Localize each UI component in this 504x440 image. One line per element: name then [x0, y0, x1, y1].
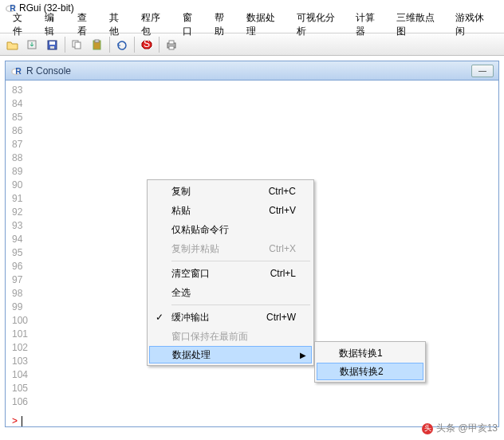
line-number: 87 [12, 138, 492, 151]
separator [159, 37, 159, 53]
cm-copy[interactable]: 复制Ctrl+C [149, 182, 312, 201]
context-menu: 复制Ctrl+C 粘贴Ctrl+V 仅粘贴命令行 复制并粘贴Ctrl+X 清空窗… [147, 179, 314, 366]
sm-convert1[interactable]: 数据转换1 [317, 344, 423, 363]
line-number: 106 [12, 395, 492, 409]
sm-convert2[interactable]: 数据转换2 [317, 363, 423, 380]
copy-paste-button[interactable] [112, 36, 132, 53]
svg-rect-15 [169, 46, 174, 49]
cm-data[interactable]: 数据处理▶ [149, 346, 312, 363]
copy-button[interactable] [68, 36, 87, 53]
cm-copy-paste: 复制并粘贴Ctrl+X [149, 239, 312, 258]
separator [134, 37, 135, 53]
stop-button[interactable]: STOP [137, 36, 156, 53]
line-number: 83 [12, 84, 492, 97]
line-number: 85 [12, 111, 492, 124]
svg-rect-14 [169, 41, 174, 44]
cm-ontop: 窗口保持在最前面 [149, 327, 312, 346]
menu-bar: 文件 编辑 查看 其他 程序包 窗口 帮助 数据处理 可视化分析 计算器 三维散… [0, 16, 504, 33]
separator [65, 37, 65, 53]
menu-calc[interactable]: 计算器 [349, 10, 389, 40]
r-logo-icon: R [10, 65, 22, 77]
cm-buffered[interactable]: ✓缓冲输出Ctrl+W [149, 308, 312, 327]
svg-rect-10 [95, 40, 99, 42]
load-button[interactable] [23, 36, 42, 53]
svg-rect-5 [49, 41, 55, 45]
svg-text:STOP: STOP [144, 39, 153, 49]
separator [109, 37, 110, 53]
print-button[interactable] [162, 36, 181, 53]
menu-games[interactable]: 游戏休闲 [449, 10, 498, 40]
cursor [22, 416, 22, 426]
minimize-button[interactable]: — [471, 65, 494, 77]
submenu-data: 数据转换1 数据转换2 [314, 341, 426, 383]
window-controls: — [471, 65, 494, 77]
paste-button[interactable] [88, 36, 107, 53]
cm-clear[interactable]: 清空窗口Ctrl+L [149, 264, 312, 283]
svg-text:R: R [15, 66, 22, 76]
console-title: R Console [26, 65, 471, 77]
save-button[interactable] [43, 36, 62, 53]
chevron-right-icon: ▶ [300, 351, 306, 359]
line-number: 105 [12, 382, 492, 395]
line-number: 86 [12, 124, 492, 138]
svg-rect-8 [75, 42, 81, 49]
cm-select-all[interactable]: 全选 [149, 283, 312, 302]
separator [171, 261, 310, 261]
menu-help[interactable]: 帮助 [208, 10, 238, 40]
open-button[interactable] [3, 36, 22, 53]
separator [171, 304, 310, 305]
menu-data[interactable]: 数据处理 [240, 10, 289, 40]
toutiao-icon: 头 [422, 423, 433, 434]
watermark: 头 头条 @甲亥13 [422, 422, 498, 435]
watermark-text: 头条 @甲亥13 [436, 422, 498, 435]
cm-paste-cmd[interactable]: 仅粘贴命令行 [149, 220, 312, 239]
svg-rect-6 [50, 46, 54, 49]
line-number: 88 [12, 151, 492, 165]
check-icon: ✓ [156, 312, 163, 323]
line-number: 84 [12, 97, 492, 111]
prompt: > [12, 415, 18, 426]
menu-viz[interactable]: 可视化分析 [290, 10, 348, 40]
console-title-bar[interactable]: R R Console — [6, 61, 498, 81]
cm-paste[interactable]: 粘贴Ctrl+V [149, 201, 312, 220]
line-number: 89 [12, 165, 492, 179]
menu-3d[interactable]: 三维散点图 [390, 10, 447, 40]
